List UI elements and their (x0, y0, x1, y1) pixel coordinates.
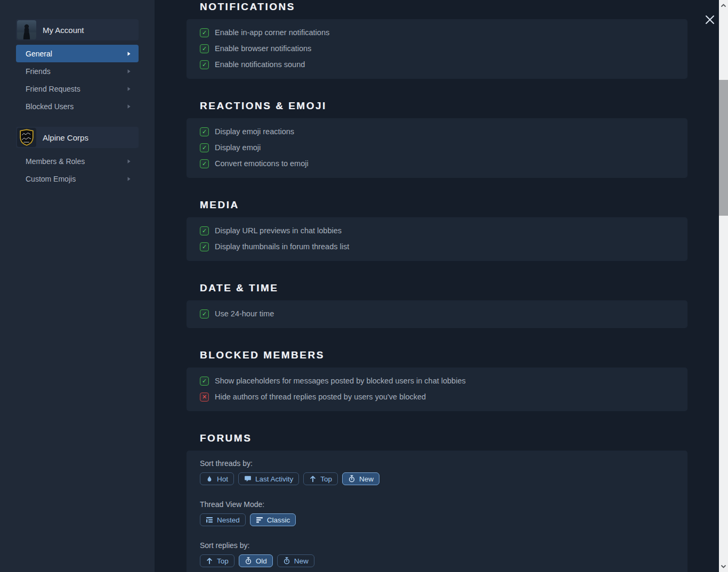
sidebar-item-label: Custom Emojis (26, 175, 76, 183)
section-title-reactions: REACTIONS & EMOJI (187, 100, 687, 112)
timer-icon (245, 557, 252, 565)
sort-replies-old-button[interactable]: Old (239, 554, 273, 567)
section-title-media: MEDIA (187, 199, 687, 211)
comment-icon (244, 475, 252, 483)
chevron-right-icon (127, 51, 131, 56)
view-mode-nested-button[interactable]: Nested (200, 513, 246, 526)
checkbox[interactable]: ✓ (200, 226, 209, 235)
settings-content: NOTIFICATIONS ✓ Enable in-app corner not… (187, 0, 687, 572)
checkbox[interactable]: ✓ (200, 127, 209, 136)
checkbox[interactable]: ✓ (200, 242, 209, 251)
sidebar-item-general[interactable]: General (16, 45, 139, 62)
sidebar-item-label: Friend Requests (26, 85, 80, 93)
group-name: Alpine Corps (43, 133, 88, 142)
sidebar-item-blocked-users[interactable]: Blocked Users (16, 97, 139, 115)
thread-view-mode-buttons: Nested Classic (200, 513, 674, 526)
sort-replies-top-button[interactable]: Top (200, 554, 234, 567)
sidebar-item-label: General (26, 50, 52, 58)
button-label: Hot (217, 475, 228, 483)
sidebar-item-friend-requests[interactable]: Friend Requests (16, 80, 139, 97)
checkbox[interactable]: ✓ (200, 309, 209, 318)
timer-icon (348, 475, 355, 483)
section-title-datetime: DATE & TIME (187, 282, 687, 294)
sort-threads-last-activity-button[interactable]: Last Activity (238, 472, 299, 485)
button-label: New (359, 475, 374, 483)
checkbox[interactable]: ✕ (200, 393, 209, 402)
check-icon: ✓ (202, 62, 207, 68)
setting-label: Show placeholders for messages posted by… (215, 377, 466, 385)
arrow-up-icon (206, 557, 213, 565)
section-title-blocked-members: BLOCKED MEMBERS (187, 349, 687, 361)
setting-row[interactable]: ✓ Enable browser notifications (200, 40, 674, 56)
setting-row[interactable]: ✓ Display emoji reactions (200, 124, 674, 140)
scrollbar-thumb[interactable] (719, 80, 728, 216)
sidebar-item-members-roles[interactable]: Members & Roles (16, 152, 139, 170)
setting-row[interactable]: ✓ Display emoji (200, 140, 674, 156)
sort-threads-label: Sort threads by: (200, 459, 674, 468)
sidebar-item-custom-emojis[interactable]: Custom Emojis (16, 170, 139, 187)
checkbox[interactable]: ✓ (200, 28, 209, 37)
chevron-right-icon (127, 176, 131, 182)
sort-threads-new-button[interactable]: New (342, 472, 379, 485)
sidebar-item-friends[interactable]: Friends (16, 62, 139, 80)
panel-datetime: ✓ Use 24-hour time (187, 300, 687, 328)
sidebar-item-label: Friends (26, 67, 51, 76)
check-icon: ✓ (202, 228, 207, 234)
setting-row[interactable]: ✓ Enable notifications sound (200, 56, 674, 72)
sort-replies-buttons: Top Old New (200, 554, 674, 567)
close-button[interactable] (703, 13, 717, 27)
setting-row[interactable]: ✓ Display thumbnails in forum threads li… (200, 239, 674, 255)
sort-threads-top-button[interactable]: Top (303, 472, 338, 485)
setting-label: Display thumbnails in forum threads list (215, 242, 349, 251)
sidebar-item-label: Blocked Users (26, 102, 74, 111)
sort-replies-new-button[interactable]: New (277, 554, 314, 567)
button-label: Old (256, 557, 267, 565)
view-mode-classic-button[interactable]: Classic (250, 513, 296, 526)
scroll-up-button[interactable] (719, 1, 728, 10)
settings-page: My Account General Friends Friend Reques… (0, 0, 728, 572)
setting-row[interactable]: ✓ Display URL previews in chat lobbies (200, 223, 674, 239)
checkbox[interactable]: ✓ (200, 377, 209, 386)
setting-row[interactable]: ✓ Enable in-app corner notifications (200, 24, 674, 40)
checkbox[interactable]: ✓ (200, 60, 209, 69)
nested-list-icon (206, 516, 213, 524)
setting-label: Enable in-app corner notifications (215, 28, 329, 37)
sidebar-item-label: Members & Roles (26, 157, 85, 166)
setting-label: Display emoji (215, 143, 261, 152)
panel-notifications: ✓ Enable in-app corner notifications ✓ E… (187, 19, 687, 79)
check-icon: ✓ (202, 378, 207, 384)
sidebar-account-header[interactable]: My Account (16, 19, 139, 40)
button-label: Top (217, 557, 229, 565)
section-title-forums: FORUMS (187, 432, 687, 444)
setting-row[interactable]: ✓ Convert emoticons to emoji (200, 156, 674, 171)
setting-row[interactable]: ✓ Use 24-hour time (200, 306, 674, 322)
sort-threads-hot-button[interactable]: Hot (200, 472, 234, 485)
thread-view-mode-label: Thread View Mode: (200, 500, 674, 509)
setting-label: Enable browser notifications (215, 44, 311, 53)
classic-list-icon (256, 516, 263, 524)
button-label: Nested (217, 516, 240, 524)
checkbox[interactable]: ✓ (200, 159, 209, 168)
checkbox[interactable]: ✓ (200, 44, 209, 53)
flame-icon (206, 475, 213, 483)
arrow-up-icon (309, 475, 317, 483)
check-icon: ✓ (202, 46, 207, 52)
sidebar-group-header[interactable]: Alpine Corps (16, 127, 139, 148)
settings-sidebar: My Account General Friends Friend Reques… (0, 0, 155, 572)
chevron-right-icon (127, 69, 131, 74)
button-label: Top (320, 475, 332, 483)
scroll-down-button[interactable] (719, 562, 728, 571)
sort-replies-label: Sort replies by: (200, 541, 674, 550)
check-icon: ✓ (202, 311, 207, 317)
account-name: My Account (43, 26, 84, 35)
checkbox[interactable]: ✓ (200, 143, 209, 152)
setting-row[interactable]: ✓ Show placeholders for messages posted … (200, 373, 674, 389)
check-icon: ✓ (202, 244, 207, 250)
check-icon: ✓ (202, 145, 207, 151)
panel-forums: Sort threads by: Hot Last Activity Top N… (187, 451, 687, 572)
vertical-scrollbar (719, 0, 728, 572)
panel-media: ✓ Display URL previews in chat lobbies ✓… (187, 217, 687, 261)
sort-threads-buttons: Hot Last Activity Top New (200, 472, 674, 485)
setting-row[interactable]: ✕ Hide authors of thread replies posted … (200, 389, 674, 405)
user-avatar (17, 20, 36, 39)
